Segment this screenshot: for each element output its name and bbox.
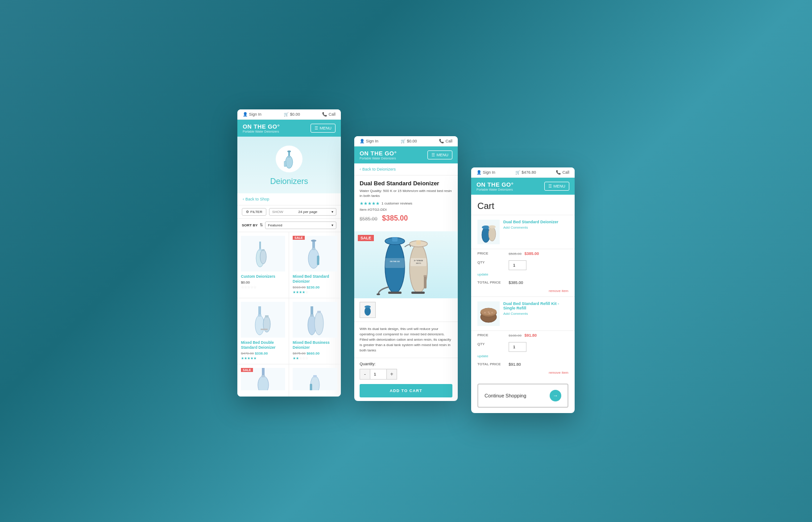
product-item[interactable]: SALE Mixed Bed Standard Deionizer $319.0… [289,232,341,298]
cart-price-row: PRICE $108.00 $91.80 [471,331,575,340]
filter-icon: ⚙ [246,210,249,214]
products-grid: Custom Deionizers $0.00 ☆☆☆☆☆ SALE [237,232,341,397]
product-sku: Item #OTG2-DDI [360,208,452,212]
svg-point-49 [365,305,371,308]
call-link[interactable]: 📞 Call [556,170,569,175]
cart-price-row: PRICE $585.00 $385.00 [471,249,575,258]
sort-icon: ⇅ [260,223,263,227]
signin-link[interactable]: 👤 Sign In [360,139,378,143]
product-image [293,236,337,271]
svg-point-63 [489,313,490,314]
product-stars: ☆☆☆☆☆ [241,285,285,289]
svg-rect-23 [311,306,313,314]
signin-link[interactable]: 👤 Sign In [476,170,495,175]
svg-rect-35 [385,258,405,268]
product-item[interactable]: Mixed Bed Double Standard Deionizer $470… [237,298,289,364]
product-price: $0.00 [241,280,285,284]
cart-link[interactable]: 🛒 $0.00 [401,139,417,143]
quantity-decrease-button[interactable]: - [360,369,370,380]
quantity-input[interactable] [370,369,386,380]
cart-icon: 🛒 [401,139,406,143]
product-item[interactable]: Mixed Bed Business Deionizer $675.00 $66… [289,298,341,364]
svg-point-3 [287,150,291,152]
call-link[interactable]: 📞 Call [439,139,452,143]
product-stars: ★★☆☆☆ [293,356,337,360]
product-item[interactable] [289,364,341,397]
product-image [241,236,285,271]
phone-icon: 📞 [439,139,444,143]
cart-total-value: $91.80 [509,362,521,367]
svg-point-60 [489,310,491,312]
cart-title: Cart [471,195,575,215]
cart-price-value: $585.00 $385.00 [509,251,539,256]
svg-rect-11 [312,248,315,250]
user-icon: 👤 [360,139,365,143]
svg-point-47 [423,275,427,277]
cart-item-image [477,301,500,326]
svg-point-8 [260,250,266,264]
logo[interactable]: ON THE GO° Portable Water Deionizers [360,150,397,160]
svg-rect-28 [262,368,265,375]
menu-button[interactable]: ☰ MENU [311,124,336,133]
product-image [293,368,337,390]
product-price: $675.00 $660.00 [293,351,337,355]
logo[interactable]: ON THE GO° Portable Water Deionizers [243,123,280,133]
product-thumbnail[interactable] [360,302,376,318]
cart-qty-input[interactable] [509,260,526,270]
phone-icon: 📞 [556,170,561,175]
svg-rect-6 [259,249,261,251]
product-thumbnails [354,298,458,322]
product-item[interactable]: Custom Deionizers $0.00 ☆☆☆☆☆ [237,232,289,298]
cart-link[interactable]: 🛒 $0.00 [284,112,300,117]
add-comments-link[interactable]: Add Comments [503,312,568,316]
cart-qty-input[interactable] [509,342,526,352]
show-select[interactable]: SHOW 24 per page ▾ [269,208,336,216]
product-name: Custom Deionizers [241,274,285,279]
svg-rect-27 [261,375,265,377]
sort-select[interactable]: Featured ▾ [265,221,336,229]
hero-section: Deionizers [237,137,341,193]
product-stars: ★★★★★ [241,356,285,360]
svg-rect-39 [416,240,421,245]
update-link[interactable]: update [471,272,575,278]
svg-point-15 [255,315,264,335]
quantity-label: Quantity: [360,362,452,366]
cart-item-name: Dual Bed Standard Deionizer [503,220,568,224]
sort-bar: SORT BY ⇅ Featured ▾ [237,219,341,232]
product-item[interactable]: SALE [237,364,289,397]
menu-button[interactable]: ☰ MENU [544,182,570,191]
add-comments-link[interactable]: Add Comments [503,226,568,230]
remove-item-link[interactable]: remove item [471,369,575,378]
back-to-shop[interactable]: ‹ Back to Shop [237,193,341,205]
product-detail-info: Dual Bed Standard Deionizer Water Qualit… [354,175,458,231]
remove-item-link[interactable]: remove item [471,287,575,296]
signin-link[interactable]: 👤 Sign In [243,112,261,117]
add-to-cart-button[interactable]: ADD TO CART [360,384,452,397]
svg-point-52 [482,226,490,229]
svg-rect-19 [265,315,269,317]
filter-button[interactable]: ⚙ FILTER [242,208,266,216]
cart-total-row: TOTAL PRICE $91.80 [471,360,575,369]
screen2-topbar: 👤 Sign In 🛒 $0.00 📞 Call [354,136,458,146]
product-price: $470.00 $338.00 [241,351,285,355]
quantity-increase-button[interactable]: + [386,369,397,380]
sale-badge: SALE [293,236,305,240]
menu-button[interactable]: ☰ MENU [427,150,453,159]
sale-badge: SALE [358,235,374,241]
svg-rect-46 [424,276,427,288]
svg-rect-43 [388,292,402,294]
svg-text:2ⁿᵈ STAGE: 2ⁿᵈ STAGE [414,259,423,262]
logo[interactable]: ON THE GO° Portable Water Deionizers [476,181,514,191]
svg-point-45 [377,293,380,295]
call-link[interactable]: 📞 Call [322,112,336,117]
user-icon: 👤 [243,112,248,117]
breadcrumb[interactable]: ‹ Back to Deionizers [354,163,458,175]
cart-link[interactable]: 🛒 $476.80 [515,170,536,175]
screen2-header: ON THE GO° Portable Water Deionizers ☰ M… [354,146,458,163]
update-link[interactable]: update [471,354,575,360]
product-body-text: With its dual tank design, this unit wil… [354,322,458,358]
product-title: Dual Bed Standard Deionizer [360,180,452,187]
svg-rect-30 [313,375,317,377]
product-image [241,302,285,338]
continue-shopping-button[interactable]: Continue Shopping → [477,384,568,408]
